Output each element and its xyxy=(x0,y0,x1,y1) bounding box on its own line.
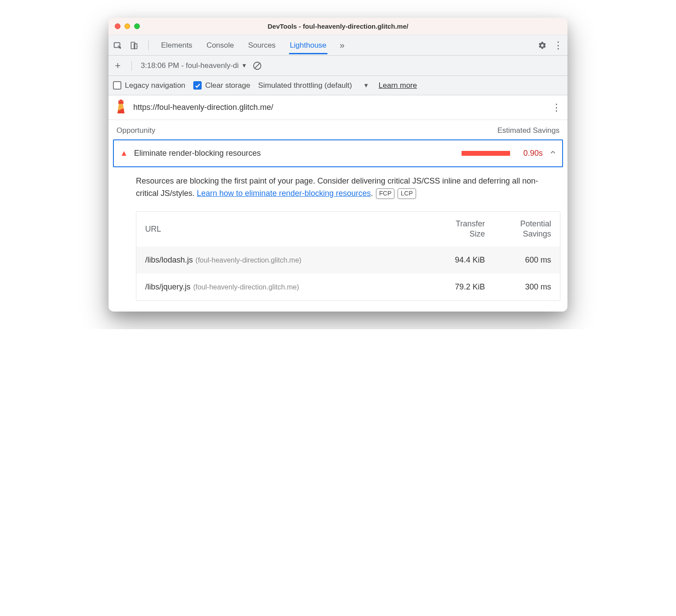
resource-path: /libs/lodash.js xyxy=(145,255,193,265)
new-report-plus-icon[interactable]: + xyxy=(113,61,123,71)
clear-storage-option[interactable]: Clear storage xyxy=(193,81,250,90)
resources-table: URL TransferSize PotentialSavings /libs/… xyxy=(136,211,560,301)
resource-savings: 300 ms xyxy=(485,282,551,292)
tab-console[interactable]: Console xyxy=(206,37,235,54)
savings-bar xyxy=(462,151,510,156)
th-url: URL xyxy=(145,225,419,234)
more-menu-icon[interactable]: ⋮ xyxy=(553,41,563,50)
legacy-nav-option[interactable]: Legacy navigation xyxy=(113,81,185,90)
tab-elements[interactable]: Elements xyxy=(160,37,193,54)
opportunity-row[interactable]: ▲ Eliminate render-blocking resources 0.… xyxy=(113,139,563,167)
report-session-select[interactable]: 3:18:06 PM - foul-heavenly-di ▼ xyxy=(141,61,247,70)
device-toolbar-icon[interactable] xyxy=(129,41,139,50)
th-savings: PotentialSavings xyxy=(485,219,551,240)
clear-storage-label: Clear storage xyxy=(205,81,250,90)
legacy-nav-checkbox[interactable] xyxy=(113,81,121,90)
throttle-label: Simulated throttling (default) xyxy=(258,81,352,90)
main-tab-row: Elements Console Sources Lighthouse » ⋮ xyxy=(109,35,567,56)
caret-down-icon: ▼ xyxy=(241,62,247,69)
resource-host: (foul-heavenly-direction.glitch.me) xyxy=(193,283,299,291)
window-title: DevTools - foul-heavenly-direction.glitc… xyxy=(109,23,567,30)
desc-post: . xyxy=(371,189,373,198)
learn-more-link[interactable]: Learn more xyxy=(379,81,417,90)
session-label: 3:18:06 PM - foul-heavenly-di xyxy=(141,61,239,70)
col-opportunity: Opportunity xyxy=(116,126,155,135)
throttle-select[interactable]: Simulated throttling (default) ▼ xyxy=(258,81,369,90)
divider xyxy=(131,61,132,71)
resource-savings: 600 ms xyxy=(485,255,551,265)
devtools-window: DevTools - foul-heavenly-direction.glitc… xyxy=(109,18,567,312)
chevron-up-icon[interactable] xyxy=(549,148,557,158)
svg-line-4 xyxy=(255,63,260,68)
resource-path: /libs/jquery.js xyxy=(145,282,191,292)
caret-down-icon: ▼ xyxy=(363,82,369,89)
pill-fcp: FCP xyxy=(376,188,394,199)
lighthouse-options: Legacy navigation Clear storage Simulate… xyxy=(109,76,567,95)
clear-storage-checkbox[interactable] xyxy=(193,81,202,90)
report-url-header: https://foul-heavenly-direction.glitch.m… xyxy=(109,95,567,120)
divider xyxy=(148,41,149,50)
resource-transfer: 79.2 KiB xyxy=(419,282,485,292)
report-menu-icon[interactable]: ⋮ xyxy=(552,103,561,113)
tabs: Elements Console Sources Lighthouse » xyxy=(160,37,537,54)
tab-sources[interactable]: Sources xyxy=(247,37,276,54)
table-row[interactable]: /libs/lodash.js (foul-heavenly-direction… xyxy=(136,247,560,274)
clear-icon[interactable] xyxy=(252,61,262,71)
desc-learn-link[interactable]: Learn how to eliminate render-blocking r… xyxy=(197,189,371,198)
table-row[interactable]: /libs/jquery.js (foul-heavenly-direction… xyxy=(136,274,560,300)
inspect-element-icon[interactable] xyxy=(113,41,123,50)
tab-lighthouse[interactable]: Lighthouse xyxy=(289,37,327,54)
svg-rect-7 xyxy=(118,101,123,104)
fail-triangle-icon: ▲ xyxy=(120,149,128,158)
title-bar: DevTools - foul-heavenly-direction.glitc… xyxy=(109,18,567,35)
settings-gear-icon[interactable] xyxy=(537,41,547,50)
resource-host: (foul-heavenly-direction.glitch.me) xyxy=(195,256,301,264)
table-header-row: URL TransferSize PotentialSavings xyxy=(136,212,560,247)
col-savings: Estimated Savings xyxy=(497,126,560,135)
tabs-overflow-icon[interactable]: » xyxy=(340,40,345,50)
pill-lcp: LCP xyxy=(398,188,416,199)
th-transfer: TransferSize xyxy=(419,219,485,240)
savings-value: 0.90s xyxy=(516,149,543,158)
legacy-nav-label: Legacy navigation xyxy=(125,81,185,90)
opportunity-description: Resources are blocking the first paint o… xyxy=(109,167,567,208)
report-url: https://foul-heavenly-direction.glitch.m… xyxy=(133,103,545,112)
svg-marker-8 xyxy=(118,99,124,101)
opportunity-title: Eliminate render-blocking resources xyxy=(134,149,261,158)
lighthouse-icon xyxy=(115,99,127,116)
lighthouse-toolbar: + 3:18:06 PM - foul-heavenly-di ▼ xyxy=(109,56,567,76)
opportunity-columns-header: Opportunity Estimated Savings xyxy=(109,120,567,139)
resource-transfer: 94.4 KiB xyxy=(419,255,485,265)
